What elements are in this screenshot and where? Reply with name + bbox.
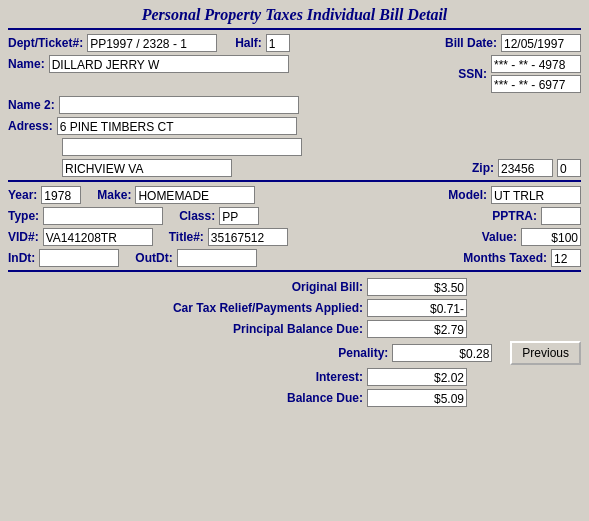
page-title: Personal Property Taxes Individual Bill … <box>8 6 581 24</box>
vid-title-value-row: VID#: VA141208TR Title#: 35167512 Value:… <box>8 228 581 246</box>
bill-date-label: Bill Date: <box>445 36 497 50</box>
ssn-block: *** - ** - 4978 *** - ** - 6977 <box>491 55 581 93</box>
balance-field: $5.09 <box>367 389 467 407</box>
address-label: Adress: <box>8 119 53 133</box>
title-divider <box>8 28 581 30</box>
name2-label: Name 2: <box>8 98 55 112</box>
vid-label: VID#: <box>8 230 39 244</box>
indt-field[interactable] <box>39 249 119 267</box>
title-field[interactable]: 35167512 <box>208 228 288 246</box>
pptra-field[interactable] <box>541 207 581 225</box>
balance-label: Balance Due: <box>153 391 363 405</box>
interest-field: $2.02 <box>367 368 467 386</box>
pptra-label: PPTRA: <box>492 209 537 223</box>
year-field[interactable]: 1978 <box>41 186 81 204</box>
penalty-row: Penality: $0.28 Previous <box>8 341 581 365</box>
interest-row: Interest: $2.02 <box>8 368 581 386</box>
balance-row: Balance Due: $5.09 <box>8 389 581 407</box>
principal-label: Principal Balance Due: <box>153 322 363 336</box>
original-bill-row: Original Bill: $3.50 <box>8 278 581 296</box>
section-divider2 <box>8 270 581 272</box>
model-label: Model: <box>448 188 487 202</box>
original-bill-field: $3.50 <box>367 278 467 296</box>
type-label: Type: <box>8 209 39 223</box>
make-field[interactable]: HOMEMADE <box>135 186 255 204</box>
months-label: Months Taxed: <box>463 251 547 265</box>
section-divider1 <box>8 180 581 182</box>
zip-label: Zip: <box>472 161 494 175</box>
outdt-label: OutDt: <box>135 251 172 265</box>
make-label: Make: <box>97 188 131 202</box>
car-tax-label: Car Tax Relief/Payments Applied: <box>153 301 363 315</box>
dept-row: Dept/Ticket#: PP1997 / 2328 - 1 Half: 1 … <box>8 34 581 52</box>
bill-date-field[interactable]: 12/05/1997 <box>501 34 581 52</box>
interest-label: Interest: <box>153 370 363 384</box>
zip2-field[interactable]: 0 <box>557 159 581 177</box>
name2-row: Name 2: <box>8 96 581 114</box>
indt-outdt-months-row: InDt: OutDt: Months Taxed: 12 <box>8 249 581 267</box>
address-row2 <box>8 138 581 156</box>
year-label: Year: <box>8 188 37 202</box>
ssn-label: SSN: <box>458 67 487 81</box>
title-label: Title#: <box>169 230 204 244</box>
address-field2[interactable] <box>62 138 302 156</box>
year-make-model-row: Year: 1978 Make: HOMEMADE Model: UT TRLR <box>8 186 581 204</box>
summary-section: Original Bill: $3.50 Car Tax Relief/Paym… <box>8 278 581 407</box>
ssn-field1: *** - ** - 4978 <box>491 55 581 73</box>
half-field[interactable]: 1 <box>266 34 290 52</box>
half-label: Half: <box>235 36 262 50</box>
principal-field: $2.79 <box>367 320 467 338</box>
class-label: Class: <box>179 209 215 223</box>
previous-button[interactable]: Previous <box>510 341 581 365</box>
value-label: Value: <box>482 230 517 244</box>
class-field[interactable]: PP <box>219 207 259 225</box>
indt-label: InDt: <box>8 251 35 265</box>
zip-field[interactable]: 23456 <box>498 159 553 177</box>
name2-field[interactable] <box>59 96 299 114</box>
city-zip-row: RICHVIEW VA Zip: 23456 0 <box>8 159 581 177</box>
ssn-field2: *** - ** - 6977 <box>491 75 581 93</box>
dept-field[interactable]: PP1997 / 2328 - 1 <box>87 34 217 52</box>
model-field[interactable]: UT TRLR <box>491 186 581 204</box>
principal-row: Principal Balance Due: $2.79 <box>8 320 581 338</box>
penalty-label: Penality: <box>178 346 388 360</box>
value-field[interactable]: $100 <box>521 228 581 246</box>
car-tax-row: Car Tax Relief/Payments Applied: $0.71- <box>8 299 581 317</box>
city-field[interactable]: RICHVIEW VA <box>62 159 232 177</box>
type-class-pptra-row: Type: Class: PP PPTRA: <box>8 207 581 225</box>
outdt-field[interactable] <box>177 249 257 267</box>
penalty-field: $0.28 <box>392 344 492 362</box>
type-field[interactable] <box>43 207 163 225</box>
name-label: Name: <box>8 57 45 71</box>
months-field[interactable]: 12 <box>551 249 581 267</box>
name-field[interactable]: DILLARD JERRY W <box>49 55 289 73</box>
vid-field[interactable]: VA141208TR <box>43 228 153 246</box>
address-row1: Adress: 6 PINE TIMBERS CT <box>8 117 581 135</box>
original-bill-label: Original Bill: <box>153 280 363 294</box>
address-field1[interactable]: 6 PINE TIMBERS CT <box>57 117 297 135</box>
car-tax-field: $0.71- <box>367 299 467 317</box>
dept-label: Dept/Ticket#: <box>8 36 83 50</box>
